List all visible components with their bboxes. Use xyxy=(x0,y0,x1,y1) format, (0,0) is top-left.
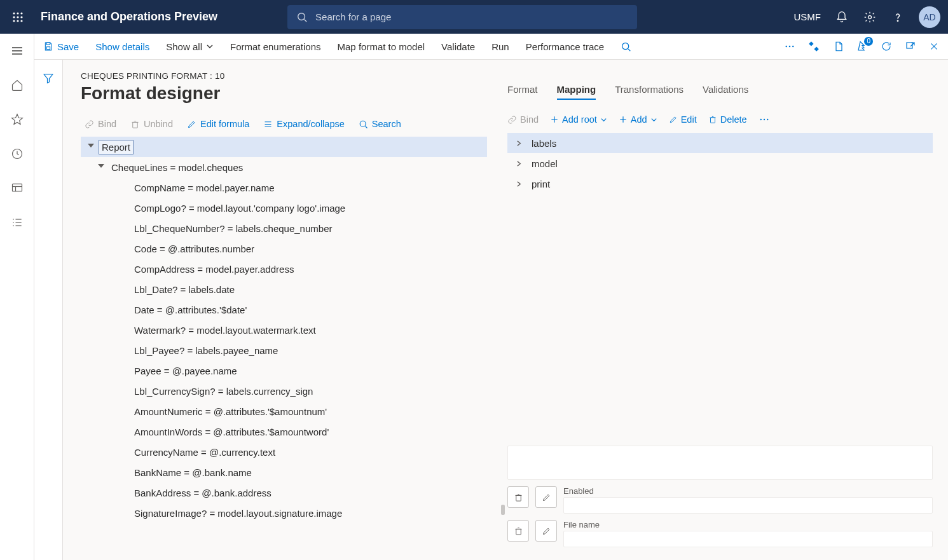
help-icon[interactable] xyxy=(891,10,905,24)
modules-icon[interactable] xyxy=(8,213,27,232)
tab-validations[interactable]: Validations xyxy=(703,84,748,100)
twisty-icon[interactable] xyxy=(119,467,129,477)
mapping-tree[interactable]: labelsmodelprint xyxy=(507,133,933,439)
tree-node[interactable]: Report xyxy=(81,137,487,157)
more-icon[interactable] xyxy=(784,41,795,52)
unbind-button[interactable]: Unbind xyxy=(130,119,173,129)
twisty-icon[interactable] xyxy=(119,365,129,376)
tree-node[interactable]: Lbl_Date? = labels.date xyxy=(81,279,487,299)
tree-node[interactable]: SignatureImage? = model.layout.signature… xyxy=(81,503,487,523)
tab-mapping[interactable]: Mapping xyxy=(557,84,596,100)
add-root-dropdown[interactable]: Add root xyxy=(550,114,607,125)
tree-node[interactable]: Payee = @.payee.name xyxy=(81,360,487,381)
tree-node[interactable]: AmountInWords = @.attributes.'$amountwor… xyxy=(81,421,487,442)
tree-node[interactable]: Lbl_CurrencySign? = labels.currency_sign xyxy=(81,381,487,401)
twisty-icon[interactable] xyxy=(119,284,129,294)
tree-node[interactable]: Lbl_Payee? = labels.payee_name xyxy=(81,340,487,360)
hamburger-icon[interactable] xyxy=(8,41,27,60)
tab-transformations[interactable]: Transformations xyxy=(615,84,684,100)
validate-button[interactable]: Validate xyxy=(441,41,475,52)
splitter[interactable] xyxy=(498,60,507,560)
twisty-icon[interactable] xyxy=(96,162,106,172)
workspace-icon[interactable] xyxy=(8,179,27,198)
expand-collapse-button[interactable]: Expand/collapse xyxy=(263,119,344,129)
formula-input[interactable] xyxy=(507,446,933,480)
edit-formula-button[interactable]: Edit formula xyxy=(187,119,249,129)
global-search[interactable] xyxy=(287,5,637,29)
home-icon[interactable] xyxy=(8,76,27,95)
twisty-icon[interactable] xyxy=(86,142,96,152)
mapping-bind-button[interactable]: Bind xyxy=(507,114,539,125)
tree-node[interactable]: CompName = model.payer.name xyxy=(81,177,487,198)
enabled-input[interactable] xyxy=(563,497,933,514)
mapping-edit-button[interactable]: Edit xyxy=(669,114,697,125)
tree-node[interactable]: CompAddress = model.payer.address xyxy=(81,259,487,279)
twisty-icon[interactable] xyxy=(119,508,129,518)
filter-icon[interactable] xyxy=(43,72,54,560)
notifications-badge[interactable]: 0 xyxy=(856,41,868,52)
twisty-icon[interactable] xyxy=(119,264,129,274)
twisty-icon[interactable] xyxy=(119,182,129,193)
refresh-icon[interactable] xyxy=(881,41,892,52)
performance-trace-button[interactable]: Performance trace xyxy=(526,41,604,52)
tree-node[interactable]: Code = @.attributes.number xyxy=(81,238,487,259)
tree-node[interactable]: Watermark? = model.layout.watermark.text xyxy=(81,320,487,340)
twisty-icon[interactable] xyxy=(515,160,523,167)
bind-button[interactable]: Bind xyxy=(85,119,116,129)
twisty-icon[interactable] xyxy=(119,203,129,213)
twisty-icon[interactable] xyxy=(119,386,129,396)
mapping-more-icon[interactable] xyxy=(759,114,770,125)
waffle-icon[interactable] xyxy=(8,11,28,23)
mapping-node[interactable]: labels xyxy=(507,133,933,153)
tab-format[interactable]: Format xyxy=(507,84,538,100)
twisty-icon[interactable] xyxy=(119,488,129,498)
company-code[interactable]: USMF xyxy=(794,11,821,22)
format-enumerations-button[interactable]: Format enumerations xyxy=(230,41,321,52)
filename-input[interactable] xyxy=(563,531,933,547)
twisty-icon[interactable] xyxy=(119,427,129,437)
attachments-icon[interactable] xyxy=(832,41,844,52)
filename-delete-icon[interactable] xyxy=(507,520,529,542)
twisty-icon[interactable] xyxy=(119,243,129,254)
tree-node[interactable]: AmountNumeric = @.attributes.'$amountnum… xyxy=(81,401,487,421)
popout-icon[interactable] xyxy=(905,41,916,52)
twisty-icon[interactable] xyxy=(515,180,523,188)
twisty-icon[interactable] xyxy=(119,406,129,416)
show-all-dropdown[interactable]: Show all xyxy=(166,41,214,52)
format-tree[interactable]: ReportChequeLines = model.chequesCompNam… xyxy=(81,137,493,560)
tree-node[interactable]: ChequeLines = model.cheques xyxy=(81,157,487,177)
tree-node[interactable]: CurrencyName = @.currency.text xyxy=(81,442,487,462)
mapping-node[interactable]: model xyxy=(507,153,933,174)
bell-icon[interactable] xyxy=(835,10,849,24)
avatar[interactable]: AD xyxy=(919,6,940,28)
twisty-icon[interactable] xyxy=(119,223,129,233)
gear-icon[interactable] xyxy=(863,10,877,24)
twisty-icon[interactable] xyxy=(119,325,129,335)
designer-search-button[interactable]: Search xyxy=(359,119,401,129)
twisty-icon[interactable] xyxy=(119,345,129,355)
save-button[interactable]: Save xyxy=(43,41,79,52)
tree-node[interactable]: CompLogo? = model.layout.'company logo'.… xyxy=(81,198,487,218)
add-dropdown[interactable]: Add xyxy=(619,114,657,125)
enabled-edit-icon[interactable] xyxy=(535,486,557,508)
map-format-to-model-button[interactable]: Map format to model xyxy=(338,41,425,52)
filename-edit-icon[interactable] xyxy=(535,520,557,542)
show-details-button[interactable]: Show details xyxy=(95,41,149,52)
close-icon[interactable] xyxy=(929,41,939,51)
clock-icon[interactable] xyxy=(8,144,27,163)
tree-node[interactable]: BankAddress = @.bank.address xyxy=(81,482,487,503)
mapping-delete-button[interactable]: Delete xyxy=(708,114,747,125)
twisty-icon[interactable] xyxy=(119,447,129,457)
run-button[interactable]: Run xyxy=(491,41,509,52)
mapping-node[interactable]: print xyxy=(507,174,933,194)
twisty-icon[interactable] xyxy=(515,139,523,147)
twisty-icon[interactable] xyxy=(119,304,129,315)
star-icon[interactable] xyxy=(8,110,27,129)
app-switch-icon[interactable] xyxy=(808,41,820,52)
cmdbar-search-icon[interactable] xyxy=(621,41,631,52)
search-input[interactable] xyxy=(315,11,628,22)
tree-node[interactable]: Lbl_ChequeNumber? = labels.cheque_number xyxy=(81,218,487,238)
tree-node[interactable]: Date = @.attributes.'$date' xyxy=(81,299,487,320)
enabled-delete-icon[interactable] xyxy=(507,486,529,508)
tree-node[interactable]: BankName = @.bank.name xyxy=(81,462,487,482)
